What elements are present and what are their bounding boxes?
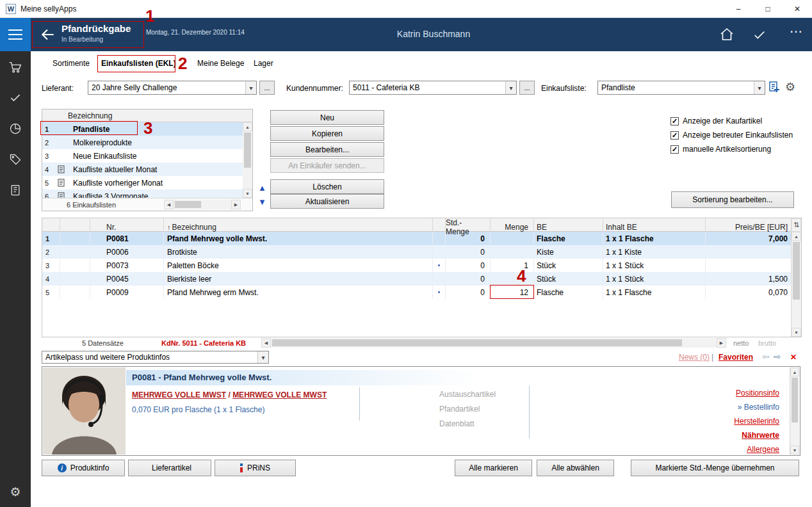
list-row-kaufliste-vorher[interactable]: 5 Kaufliste vorheriger Monat [42,176,252,189]
scroll-up-icon[interactable]: ▲ [790,367,799,376]
table-horizontal-scrollbar[interactable]: ◀ ▶ [261,338,726,348]
naehrwerte-link[interactable]: Nährwerte [742,431,779,440]
article-menge[interactable] [491,272,534,286]
scroll-up-icon[interactable]: ▲ [243,122,252,131]
sortierung-bearbeiten-button[interactable]: Sortierung bearbeiten... [671,191,794,208]
lists-vertical-scrollbar[interactable]: ▲ ▼ [243,122,252,198]
more-options-icon[interactable]: ⋯ [790,24,804,39]
article-menge[interactable]: 12 [491,286,534,299]
scroll-right-icon[interactable]: ▶ [231,200,241,209]
article-row-p0045[interactable]: 4 P0045 Bierkiste leer 0 Stück 1 x 1 Stü… [42,272,801,286]
kundennummer-more-button[interactable]: ... [519,81,535,95]
neu-button[interactable]: Neu [270,110,384,125]
scroll-track[interactable] [174,200,231,209]
back-arrow-icon[interactable] [40,26,56,45]
journal-icon[interactable] [0,181,31,200]
article-inhalt-be: 1 x 1 Stück [603,272,706,286]
scroll-right-icon[interactable]: ▶ [717,338,726,348]
austauschartikel-link[interactable]: Austauschartikel [439,390,496,399]
news-link[interactable]: News (0) [679,353,710,362]
produktinfo-button[interactable]: iProduktinfo [42,460,125,476]
nav-prev-icon[interactable]: ⇦ [762,351,770,362]
table-sort-icon[interactable]: ⇅ [792,218,801,232]
article-menge[interactable]: 1 [491,259,534,272]
prins-button[interactable]: PRiNS [215,460,296,476]
close-info-panel-icon[interactable]: ✕ [790,353,797,362]
kundennummer-dropdown[interactable]: 5011 - Cafeteria KB ▾ [349,81,517,95]
checkbox-manuelle-sortierung[interactable]: ✓ manuelle Artikelsortierung [670,144,771,154]
lieferartikel-button[interactable]: Lieferartikel [128,460,211,476]
allergene-link[interactable]: Allergene [747,445,779,454]
herstellerinfo-link[interactable]: Herstellerinfo [734,417,779,426]
lieferant-more-button[interactable]: ... [259,81,275,95]
tab-sortimente[interactable]: Sortimente [53,59,90,68]
confirm-check-icon[interactable] [752,28,767,44]
article-row-p0081[interactable]: 1 P0081 Pfand Mehrweg volle Mwst. 0 Flas… [42,232,801,245]
alle-markieren-button[interactable]: Alle markieren [455,460,532,476]
positionsinfo-link[interactable]: Positionsinfo [736,389,779,398]
list-row-kaufliste-aktuell[interactable]: 4 Kaufliste aktueller Monat [42,163,252,176]
kopieren-button[interactable]: Kopieren [270,126,384,141]
minimize-button[interactable]: – [724,0,753,18]
scroll-down-icon[interactable]: ▼ [790,446,799,455]
article-menge[interactable] [491,245,534,259]
alle-abwaehlen-button[interactable]: Alle abwählen [537,460,614,476]
favoriten-link[interactable]: Favoriten [719,353,753,362]
article-menge[interactable] [491,232,534,245]
brutto-toggle[interactable]: brutto [758,339,776,347]
tab-lager[interactable]: Lager [254,59,273,68]
list-row-molkereiprodukte[interactable]: 2 Molkereiprodukte [42,136,252,149]
nav-next-icon[interactable]: ⇨ [774,351,781,362]
move-up-button[interactable]: ▲ [256,181,268,194]
maximize-button[interactable]: □ [753,0,783,18]
home-icon[interactable] [719,27,735,44]
info-selector-dropdown[interactable]: Artikelpass und weitere Produktinfos ▾ [42,351,269,364]
lieferant-dropdown[interactable]: 20 Jahre Selly Challenge ▾ [88,81,257,95]
scroll-up-icon[interactable]: ▲ [792,232,801,241]
lists-column-header[interactable]: Bezeichnung [42,109,252,122]
checkbox-anzeige-kaufartikel[interactable]: ✓ Anzeige der Kaufartikel [670,116,762,126]
scroll-down-icon[interactable]: ▼ [243,189,252,198]
loeschen-button[interactable]: Löschen [270,179,384,194]
tasks-check-icon[interactable] [0,88,31,108]
pie-chart-icon[interactable] [0,119,31,138]
lists-horizontal-scrollbar[interactable]: ◀ ▶ [164,200,241,209]
einkaufsliste-dropdown[interactable]: Pfandliste ▾ [597,81,765,95]
article-nr: P0045 [90,272,164,286]
price-tag-icon[interactable] [0,150,31,169]
datenblatt-link[interactable]: Datenblatt [439,419,475,428]
pfandartikel-link[interactable]: Pfandartikel [439,405,480,414]
bearbeiten-button[interactable]: Bearbeiten... [270,142,384,157]
warengruppe-link-1[interactable]: MEHRWEG VOLLE MWST [132,390,226,399]
article-row-p0006[interactable]: 2 P0006 Brotkiste 0 Kiste 1 x 1 Kiste [42,245,801,259]
article-be: Kiste [534,245,603,259]
hamburger-menu-button[interactable] [0,18,31,51]
tab-meine-belege[interactable]: Meine Belege [197,59,244,68]
close-button[interactable]: ✕ [783,0,812,18]
article-row-p0009[interactable]: 5 P0009 Pfand Mehrweg erm Mwst. • 0 12 F… [42,286,801,299]
list-row-pfandliste[interactable]: 1 Pfandliste [42,122,252,136]
settings-gear-icon[interactable]: ⚙ [0,485,31,499]
scroll-track[interactable] [271,338,717,348]
netto-toggle[interactable]: netto [733,339,749,347]
tab-einkaufslisten[interactable]: Einkaufslisten (EKL) [101,59,176,68]
std-menge-uebernehmen-button[interactable]: Markierte Std.-Menge übernehmen [631,460,799,476]
scroll-down-icon[interactable]: ▼ [792,328,801,337]
info-vertical-scrollbar[interactable]: ▲ ▼ [790,367,799,455]
scroll-left-icon[interactable]: ◀ [164,200,174,209]
scroll-thumb[interactable] [793,242,800,300]
checkbox-anzeige-betreuter[interactable]: ✓ Anzeige betreuter Einkaufslisten [670,130,793,140]
warengruppe-link-2[interactable]: MEHRWEG VOLLE MWST [232,390,327,399]
move-down-button[interactable]: ▼ [256,195,268,208]
new-list-icon[interactable] [768,81,781,96]
list-settings-gear-icon[interactable]: ⚙ [785,80,795,94]
bestellinfo-link[interactable]: » Bestellinfo [738,403,779,412]
aktualisieren-button[interactable]: Aktualisieren [270,194,384,209]
scroll-thumb[interactable] [244,133,251,168]
list-row-neue-einkaufsliste[interactable]: 3 Neue Einkaufsliste [42,149,252,163]
scroll-left-icon[interactable]: ◀ [261,338,271,348]
article-row-p0073[interactable]: 3 P0073 Paletten Böcke • 0 1 Stück 1 x 1… [42,259,801,272]
scroll-thumb[interactable] [792,378,798,422]
table-vertical-scrollbar[interactable]: ⇅ ▲ ▼ [791,218,801,337]
cart-icon[interactable] [0,58,31,77]
